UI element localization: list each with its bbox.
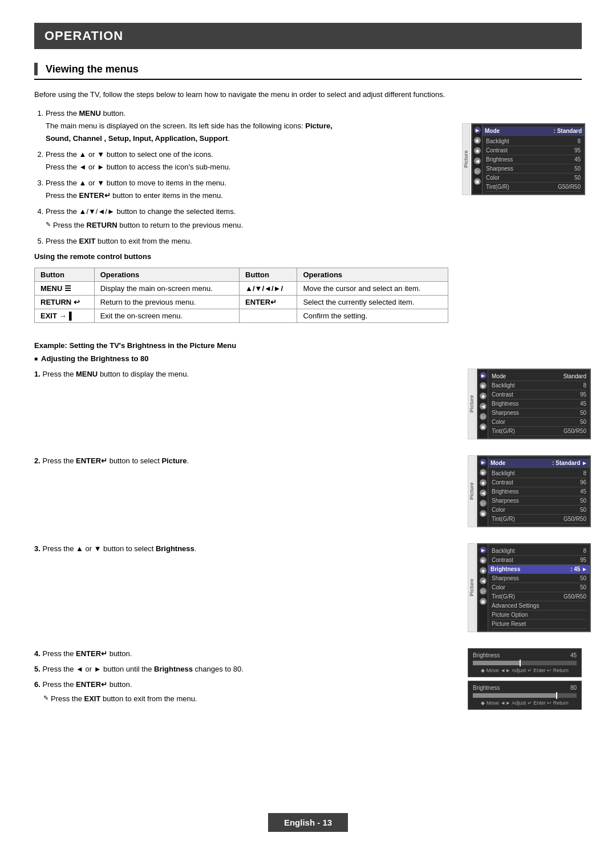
- example-step-1-screen: Picture ▶ ◉ ◆ ◀ ▷ ▣: [468, 369, 582, 446]
- tv-menu-row: Color50: [492, 506, 586, 515]
- tv-menu-row: Sharpness50: [492, 409, 586, 418]
- tv-icon-3-2: ◉: [480, 469, 487, 476]
- tv-wrap-4: Picture ▶ ◉ ◆ ◀ ▷ ▣: [468, 543, 582, 632]
- tv-icon-5: ▷: [474, 168, 481, 175]
- footer-badge: English - 13: [268, 813, 348, 832]
- example-step-3-row: 3. Press the ▲ or ▼ button to select Bri…: [34, 543, 582, 639]
- tv-screen-3: ▶ ◉ ◆ ◀ ▷ ▣ Mode: Standard ►: [477, 455, 591, 527]
- tv-menu-row: Brightness45: [486, 155, 581, 164]
- tv-menu-row: Sharpness50: [492, 574, 586, 583]
- td-confirm: Confirm the setting.: [297, 309, 448, 323]
- tv-menu-header-3: Mode: Standard ►: [488, 459, 590, 468]
- tv-icon-6: ▣: [474, 178, 481, 185]
- section-header: OPERATION: [34, 23, 582, 49]
- td-return: RETURN ↩: [35, 296, 95, 309]
- brightness-controls-45: ◆ Move ◄► Adjust ↵ Enter ↩ Return: [473, 668, 577, 673]
- tv-menu-row: Color50: [492, 418, 586, 427]
- section-title: OPERATION: [44, 29, 123, 43]
- tv-menu-row: Backlight8: [486, 137, 581, 146]
- tv-menu-row: Color50: [492, 583, 586, 592]
- tv-icon-3-4: ◀: [480, 490, 487, 496]
- example-step-456-row: 4. Press the ENTER↵ button. 5. Press the…: [34, 648, 582, 713]
- tv-menu-row: Advanced Settings: [492, 601, 586, 611]
- example-step-2-screen: Picture ▶ ◉ ◆ ◀ ▷ ▣: [468, 455, 582, 534]
- step-1: Press the MENU button. The main menu is …: [46, 107, 448, 145]
- tv-menu-row-selected: Brightness: 45 ►: [488, 565, 590, 574]
- example-step-2-text: 2. Press the ENTER↵ button to select Pic…: [34, 455, 456, 534]
- adjusting-title-text: Adjusting the Brightness to 80: [41, 354, 149, 363]
- main-right: Picture ▶ ◉ ◆ ◀ ▷ ▣ Mode:: [462, 89, 582, 332]
- tv-menu-row: Tint(G/R)G50/R50: [486, 183, 581, 192]
- tv-icon-3-3: ◆: [480, 479, 487, 486]
- subsection-title: Viewing the menus: [34, 63, 582, 80]
- picture-bold: Picture,: [305, 122, 333, 130]
- example-section: Example: Setting the TV's Brightness in …: [34, 341, 582, 713]
- tv-icon-2-6: ▣: [480, 423, 487, 430]
- td-menu-op: Display the main on-screen menu.: [94, 282, 239, 296]
- intro-text: Before using the TV, follow the steps be…: [34, 89, 448, 100]
- table-row: MENU ☰ Display the main on-screen menu. …: [35, 282, 448, 296]
- tv-menu-row: Tint(G/R)G50/R50: [492, 515, 586, 524]
- td-enter-op: Select the currently selected item.: [297, 296, 448, 309]
- tv-icon-2-4: ◀: [480, 403, 487, 410]
- tv-icon-4-2: ◉: [480, 557, 487, 564]
- tv-sidebar-1: ▶ ◉ ◆ ◀ ▷ ▣: [472, 124, 483, 194]
- step-4: Press the ▲/▼/◄/► button to change the s…: [46, 205, 448, 232]
- tv-label-2: Picture: [468, 369, 476, 439]
- tv-sidebar-3: ▶ ◉ ◆ ◀ ▷ ▣: [478, 456, 488, 526]
- tv-menu-row: Picture Option: [492, 611, 586, 620]
- tv-icon-1: ▶: [474, 127, 481, 134]
- tv-menu-row: Sharpness50: [486, 164, 581, 173]
- brightness-bar-fill-45: [473, 661, 520, 665]
- tv-icon-2-1: ▶: [480, 372, 487, 379]
- brightness-bar-marker-80: [556, 692, 557, 699]
- brightness-bar-outer-45: [473, 661, 577, 665]
- example-step-1-row: 1. Press the MENU button to display the …: [34, 369, 582, 446]
- table-row: EXIT →▐ Exit the on-screen menu. Confirm…: [35, 309, 448, 323]
- step-5: Press the EXIT button to exit from the m…: [46, 235, 448, 248]
- tv-label-3: Picture: [468, 455, 476, 527]
- tv-menu-row: Brightness45: [492, 487, 586, 496]
- td-arrows-op: Move the cursor and select an item.: [297, 282, 448, 296]
- sound-bold: Sound, Channel , Setup, Input, Applicati…: [46, 134, 228, 143]
- tv-icon-2-2: ◉: [480, 382, 487, 389]
- adjusting-title: Adjusting the Brightness to 80: [34, 354, 582, 363]
- example-step-2-row: 2. Press the ENTER↵ button to select Pic…: [34, 455, 582, 534]
- tv-menu-4: Backlight8 Contrast95 Brightness: 45 ► S…: [488, 544, 590, 631]
- tv-menu-row: Backlight8: [492, 469, 586, 478]
- using-remote-label: Using the remote control buttons: [34, 252, 448, 261]
- td-empty: [240, 309, 297, 323]
- button-table: Button Operations Button Operations MENU…: [34, 268, 448, 323]
- tv-icon-4-1: ▶: [480, 547, 487, 553]
- tv-screen-4: ▶ ◉ ◆ ◀ ▷ ▣ Backlight8 Contrast95 Bright…: [477, 543, 591, 632]
- tv-screen-2: ▶ ◉ ◆ ◀ ▷ ▣ ModeStandard Backlight8 Cont…: [477, 369, 591, 439]
- example-step-456-text: 4. Press the ENTER↵ button. 5. Press the…: [34, 648, 456, 713]
- tv-menu-row: Contrast95: [492, 556, 586, 565]
- tv-icon-3-6: ▣: [480, 510, 487, 517]
- tv-icon-3-1: ▶: [480, 459, 487, 466]
- main-left: Before using the TV, follow the steps be…: [34, 89, 448, 332]
- brightness-bar-marker-45: [520, 660, 521, 666]
- tv-menu-1: Mode: Standard Backlight8 Contrast95 Bri…: [483, 124, 584, 194]
- page: OPERATION Viewing the menus Before using…: [0, 0, 616, 849]
- menu-bold: MENU: [79, 109, 101, 118]
- footer: English - 13: [0, 813, 616, 832]
- tv-menu-3: Mode: Standard ► Backlight8 Contrast96 B…: [488, 456, 590, 526]
- example-step-3-screen: Picture ▶ ◉ ◆ ◀ ▷ ▣: [468, 543, 582, 639]
- tv-icon-3-5: ▷: [480, 500, 487, 507]
- tv-screen-1-wrap: Picture ▶ ◉ ◆ ◀ ▷ ▣ Mode:: [462, 123, 582, 195]
- tv-menu-2: ModeStandard Backlight8 Contrast95 Brigh…: [488, 370, 590, 438]
- tv-menu-row: Contrast95: [486, 146, 581, 155]
- tv-menu-row: Tint(G/R)G50/R50: [492, 427, 586, 436]
- tv-icon-3: ◆: [474, 147, 481, 154]
- th-operations2: Operations: [297, 268, 448, 282]
- step-2: Press the ▲ or ▼ button to select one of…: [46, 148, 448, 173]
- steps-list: Press the MENU button. The main menu is …: [34, 107, 448, 248]
- brightness-screen-80: Brightness80 ◆ Move ◄► Adjust ↵ Enter ↩ …: [468, 681, 582, 710]
- tv-menu-row: Contrast96: [492, 478, 586, 487]
- tv-screen-1: ▶ ◉ ◆ ◀ ▷ ▣ Mode: Standard Backlight8: [471, 123, 585, 195]
- tv-label-4: Picture: [468, 543, 476, 632]
- tv-sidebar-2: ▶ ◉ ◆ ◀ ▷ ▣: [478, 370, 488, 438]
- tv-wrap-3: Picture ▶ ◉ ◆ ◀ ▷ ▣: [468, 455, 582, 527]
- tv-menu-row: Brightness45: [492, 399, 586, 409]
